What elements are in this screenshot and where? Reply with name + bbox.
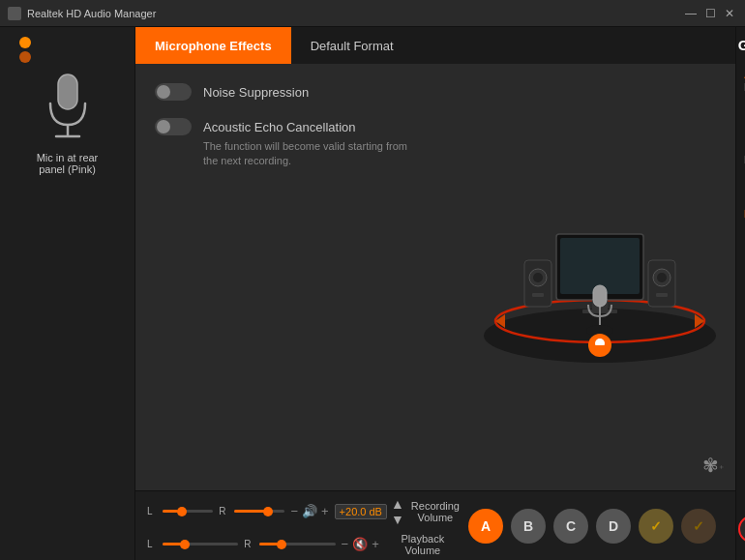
rec-l-label: L (147, 506, 157, 516)
echo-cancel-toggle[interactable] (155, 118, 192, 135)
pb-plus-icon: + (372, 537, 379, 551)
recording-slider-fill2 (234, 510, 264, 513)
channel-c-button[interactable]: C (553, 509, 588, 544)
bottom-main: L R − 🔊 + (147, 491, 724, 560)
playback-slider-track[interactable] (163, 543, 238, 545)
bottom-controls: L R − 🔊 + (135, 490, 735, 560)
tab-microphone-effects[interactable]: Microphone Effects (135, 27, 291, 64)
playback-slider-fill (163, 543, 182, 545)
front-panel-label: Front Panel (736, 155, 745, 165)
maximize-button[interactable]: ☐ (702, 6, 718, 21)
speaker-icon: 🔊 (302, 504, 317, 518)
toggle-knob (157, 85, 170, 99)
db-adjust-btn[interactable]: ▲▼ (391, 496, 404, 527)
tabs-bar: Microphone Effects Default Format (135, 27, 735, 64)
pb-speaker-icon: 🔇 (352, 537, 368, 551)
recording-slider-track[interactable] (163, 510, 213, 513)
recording-vol-label: Recording Volume (410, 500, 461, 523)
device-label: Mic in at rear panel (Pink) (37, 152, 99, 175)
channel-buttons: A B C D ✓ ✓ (461, 509, 724, 544)
device-icon-area: Mic in at rear panel (Pink) (12, 37, 123, 175)
back-panel-label: Back Panel (736, 82, 745, 93)
svg-rect-21 (593, 285, 607, 307)
svg-rect-14 (532, 293, 544, 297)
device-section: Mic in at rear panel (Pink) (0, 27, 135, 560)
svg-rect-18 (656, 293, 668, 297)
recording-slider-thumb2[interactable] (263, 507, 273, 516)
content-area: Microphone Effects Default Format Noise … (135, 27, 735, 560)
tab-default-format[interactable]: Default Format (291, 27, 413, 64)
noise-suppression-label: Noise Suppression (203, 85, 309, 100)
svg-point-17 (657, 273, 667, 282)
rec-r-label: R (219, 506, 228, 516)
microphone-icon (43, 71, 93, 144)
analog-section-header: ANALOG (736, 69, 745, 80)
pb-vol-icons: − 🔇 + (342, 537, 379, 551)
plus-icon: + (321, 504, 329, 518)
echo-cancel-label: Acoustic Echo Cancellation (203, 120, 356, 134)
noise-suppression-toggle[interactable] (155, 83, 192, 101)
echo-cancel-note: The function will become valid starting … (203, 139, 445, 169)
svg-point-13 (533, 273, 543, 282)
vol-controls: L R − 🔊 + (147, 496, 461, 556)
playback-volume-row: L R − 🔇 + (147, 533, 461, 556)
digital-section (736, 233, 745, 264)
svg-rect-0 (58, 74, 77, 109)
titlebar-title: Realtek HD Audio Manager (27, 8, 156, 19)
recording-slider-track2[interactable] (234, 510, 284, 513)
channel-check2-button[interactable]: ✓ (681, 509, 716, 544)
playback-slider-thumb[interactable] (180, 540, 190, 549)
viz-area: ✾⁺ (464, 64, 735, 490)
recording-slider-fill (163, 510, 178, 513)
pb-minus-icon: − (342, 537, 349, 551)
playback-vol-label: Playback Volume (385, 533, 461, 556)
pb-r-label: R (244, 539, 253, 549)
recording-volume-row: L R − 🔊 + (147, 496, 461, 527)
panel-content: Noise Suppression Acoustic Echo Cancella… (135, 64, 735, 490)
db-box-container: +20.0 dB ▲▼ (335, 496, 404, 527)
indicator-dot-1 (19, 37, 31, 48)
device-indicators (12, 37, 31, 63)
rec-vol-icons: − 🔊 + (290, 504, 328, 518)
titlebar: Realtek HD Audio Manager — ☐ ✕ (0, 0, 745, 27)
effects-left: Noise Suppression Acoustic Echo Cancella… (135, 64, 464, 490)
channel-b-button[interactable]: B (511, 509, 546, 544)
gigabyte-logo: GIGABYTE™ (738, 37, 745, 53)
recording-slider-thumb[interactable] (177, 507, 187, 516)
viz-svg (464, 181, 735, 374)
db-value: +20.0 dB (335, 504, 387, 519)
settings-button[interactable]: ⚙ (738, 516, 746, 543)
back-panel-icons: ◉ ◉ ◉ ◉ ◉ ◉ (736, 99, 745, 145)
toggle-knob-echo (157, 120, 170, 133)
channel-check1-button[interactable]: ✓ (639, 509, 673, 544)
playback-slider-fill2 (259, 543, 279, 545)
minus-icon: − (290, 504, 298, 518)
app-icon (8, 7, 21, 20)
bottom-bar-right: ⚙ ? i (738, 508, 746, 550)
main-container: Mic in at rear panel (Pink) Microphone E… (0, 27, 745, 560)
titlebar-controls: — ☐ ✕ (683, 6, 737, 21)
indicator-dot-2 (19, 51, 31, 63)
close-button[interactable]: ✕ (722, 6, 737, 21)
playback-slider-track2[interactable] (259, 543, 335, 545)
titlebar-left: Realtek HD Audio Manager (8, 7, 156, 20)
pb-l-label: L (147, 539, 157, 549)
fan-icon[interactable]: ✾⁺ (702, 454, 724, 477)
channel-a-button[interactable]: A (468, 509, 503, 544)
minimize-button[interactable]: — (683, 6, 699, 21)
digital-section-header: DIGITAL (736, 208, 745, 220)
noise-suppression-row: Noise Suppression (155, 83, 445, 101)
front-panel-icons: ◉ 👁 (736, 171, 745, 192)
echo-cancel-group: Acoustic Echo Cancellation The function … (155, 118, 445, 169)
playback-slider-thumb2[interactable] (277, 540, 286, 549)
right-sidebar: GIGABYTE™ ANALOG Back Panel ◉ ◉ ◉ ◉ ◉ ◉ … (735, 27, 745, 560)
echo-cancel-row: Acoustic Echo Cancellation (155, 118, 445, 135)
channel-d-button[interactable]: D (596, 509, 631, 544)
